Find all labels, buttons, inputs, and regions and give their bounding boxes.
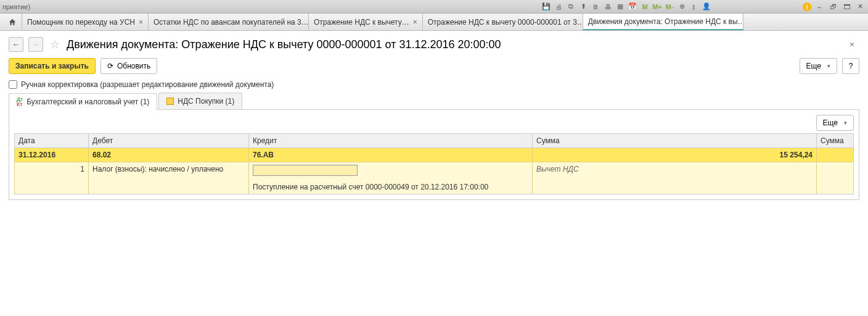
refresh-icon: ⟳	[107, 62, 113, 70]
register-tabs: ДтКт Бухгалтерский и налоговый учет (1) …	[9, 93, 859, 110]
upload-icon[interactable]: ⬆	[578, 2, 588, 12]
info-icon[interactable]: i	[803, 2, 811, 11]
close-icon[interactable]: ×	[139, 18, 143, 27]
col-credit-header[interactable]: Кредит	[249, 134, 533, 148]
credit-edit-field[interactable]	[253, 165, 358, 176]
manual-edit-label: Ручная корректировка (разрешает редактир…	[21, 80, 274, 89]
tab-nds-purchases-label: НДС Покупки (1)	[178, 97, 234, 106]
page-title: Движения документа: Отражение НДС к выче…	[67, 38, 501, 51]
tab-label: Движения документа: Отражение НДС к вы…	[588, 17, 743, 26]
printer-icon[interactable]: 🖶	[603, 2, 613, 12]
col-sum-header[interactable]: Сумма	[533, 134, 817, 148]
memory-m-icon[interactable]: M	[640, 2, 650, 12]
system-toolbar: 💾 🖨 ⧉ ⬆ 🗎 🖶 ▦ 📅 M M+ M- ⊕ ⫿ 👤 i – 🗗 🗖 ✕	[541, 2, 866, 12]
cell-empty	[533, 180, 817, 194]
cell-debit-account: 68.02	[89, 148, 249, 162]
tab-nds-deduction-doc[interactable]: Отражение НДС к вычету 0000-000001 от 3……	[423, 14, 583, 30]
copy-icon[interactable]: ⧉	[566, 2, 576, 12]
refresh-button[interactable]: ⟳ Обновить	[100, 58, 157, 74]
cell-sum: 15 254,24	[533, 148, 817, 162]
tab-label: Отражение НДС к вычету…	[314, 18, 409, 27]
cell-credit-edit[interactable]	[249, 162, 533, 181]
document-icon	[166, 98, 174, 105]
save-and-close-button[interactable]: Записать и закрыть	[9, 58, 96, 74]
main-toolbar: Записать и закрыть ⟳ Обновить Еще ?	[9, 58, 859, 74]
col-sum2-header[interactable]: Сумма	[817, 134, 854, 148]
window-close-button[interactable]: ✕	[854, 2, 866, 12]
tab-label: Отражение НДС к вычету 0000-000001 от 3…	[428, 18, 583, 27]
tab-accounting[interactable]: ДтКт Бухгалтерский и налоговый учет (1)	[9, 93, 157, 110]
cell-empty	[817, 162, 854, 181]
cell-sum2	[817, 148, 854, 162]
cell-debit-desc: Налог (взносы): начислено / уплачено	[89, 162, 249, 181]
preview-icon[interactable]: 🗎	[591, 2, 600, 12]
user-icon[interactable]: 👤	[702, 2, 711, 12]
table-row[interactable]: 1 Налог (взносы): начислено / уплачено В…	[15, 162, 854, 181]
zoom-icon[interactable]: ⊕	[677, 2, 687, 12]
cell-credit-account: 76.АВ	[249, 148, 533, 162]
manual-edit-row: Ручная корректировка (разрешает редактир…	[9, 80, 859, 89]
cell-empty	[89, 180, 249, 194]
cell-sum-desc: Вычет НДС	[533, 162, 817, 181]
accounting-grid: Дата Дебет Кредит Сумма Сумма 31.12.2016…	[14, 133, 854, 194]
close-icon[interactable]: ×	[413, 18, 417, 27]
document-tabstrip: Помощник по переходу на УСН × Остатки НД…	[0, 14, 868, 31]
refresh-label: Обновить	[117, 62, 150, 70]
nav-back-button[interactable]: ←	[9, 37, 23, 52]
cell-date: 31.12.2016	[15, 148, 89, 162]
app-title-fragment: приятие)	[2, 3, 30, 10]
minimize-button[interactable]: –	[814, 2, 825, 12]
col-debit-header[interactable]: Дебет	[89, 134, 249, 148]
help-button[interactable]: ?	[842, 58, 859, 74]
dtkt-icon: ДтКт	[17, 97, 23, 107]
register-table-panel: Еще Дата Дебет Кредит Сумма Сумма 31.12.…	[9, 110, 859, 200]
tab-nds-balances[interactable]: Остатки НДС по авансам покупателей на 3……	[149, 14, 309, 30]
cell-rownum: 1	[15, 162, 89, 181]
memory-mplus-icon[interactable]: M+	[652, 2, 662, 12]
tab-nds-purchases[interactable]: НДС Покупки (1)	[158, 93, 242, 109]
home-tab[interactable]	[2, 14, 22, 30]
favorite-star-icon[interactable]: ☆	[48, 38, 62, 51]
tab-nds-deduction[interactable]: Отражение НДС к вычету… ×	[309, 14, 423, 30]
cell-empty	[817, 180, 854, 194]
cell-empty	[15, 180, 89, 194]
home-icon	[8, 18, 17, 27]
table-header-row: Дата Дебет Кредит Сумма Сумма	[15, 134, 854, 148]
table-row[interactable]: 31.12.2016 68.02 76.АВ 15 254,24	[15, 148, 854, 162]
print-icon[interactable]: 🖨	[554, 2, 563, 12]
tab-usn-helper[interactable]: Помощник по переходу на УСН ×	[22, 14, 149, 30]
col-date-header[interactable]: Дата	[15, 134, 89, 148]
cell-credit-desc: Поступление на расчетный счет 0000-00004…	[249, 180, 533, 194]
nav-forward-button[interactable]: →	[28, 37, 43, 52]
calendar-icon[interactable]: 📅	[628, 2, 637, 12]
more-button[interactable]: Еще	[800, 58, 837, 74]
tab-label: Остатки НДС по авансам покупателей на 3…	[154, 18, 309, 27]
memory-mminus-icon[interactable]: M-	[665, 2, 674, 12]
tab-accounting-label: Бухгалтерский и налоговый учет (1)	[27, 98, 149, 106]
page-header: ← → ☆ Движения документа: Отражение НДС …	[9, 37, 859, 52]
tab-label: Помощник по переходу на УСН	[27, 18, 135, 27]
tab-document-movements[interactable]: Движения документа: Отражение НДС к вы… …	[583, 14, 743, 30]
save-icon[interactable]: 💾	[541, 2, 551, 12]
panel-icon[interactable]: ⫿	[689, 2, 699, 12]
table-row[interactable]: Поступление на расчетный счет 0000-00004…	[15, 180, 854, 194]
restore-button[interactable]: 🗗	[827, 2, 838, 12]
maximize-button[interactable]: 🗖	[841, 2, 852, 12]
table-more-button[interactable]: Еще	[816, 115, 854, 131]
system-titlebar: приятие) 💾 🖨 ⧉ ⬆ 🗎 🖶 ▦ 📅 M M+ M- ⊕ ⫿ 👤 i…	[0, 0, 868, 14]
page-close-button[interactable]: ×	[845, 37, 859, 52]
manual-edit-checkbox[interactable]	[9, 80, 17, 89]
grid-icon[interactable]: ▦	[615, 2, 625, 12]
